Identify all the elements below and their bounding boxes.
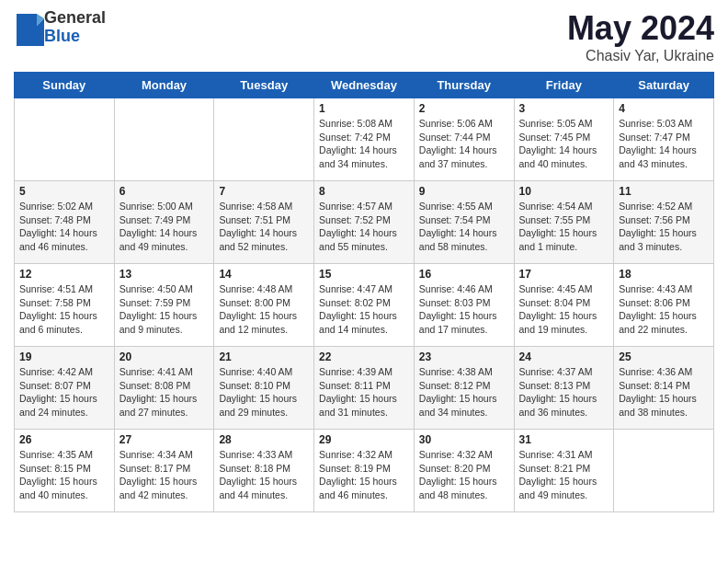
day-info: Sunrise: 4:32 AM Sunset: 8:20 PM Dayligh… [419,448,509,502]
title-area: May 2024 Chasiv Yar, Ukraine [567,9,714,64]
day-number: 9 [419,185,509,198]
day-number: 19 [19,350,109,363]
calendar-day-cell: 9Sunrise: 4:55 AM Sunset: 7:54 PM Daylig… [414,181,514,264]
day-of-week-header: Friday [514,73,614,98]
calendar-day-cell: 21Sunrise: 4:40 AM Sunset: 8:10 PM Dayli… [214,347,314,430]
calendar-week-row: 26Sunrise: 4:35 AM Sunset: 8:15 PM Dayli… [15,430,714,512]
calendar-day-cell: 28Sunrise: 4:33 AM Sunset: 8:18 PM Dayli… [214,430,314,512]
day-info: Sunrise: 5:03 AM Sunset: 7:47 PM Dayligh… [619,117,709,171]
calendar-day-cell: 29Sunrise: 4:32 AM Sunset: 8:19 PM Dayli… [314,430,415,512]
day-number: 7 [219,185,309,198]
day-info: Sunrise: 4:54 AM Sunset: 7:55 PM Dayligh… [519,200,609,254]
calendar-day-cell: 16Sunrise: 4:46 AM Sunset: 8:03 PM Dayli… [414,264,514,347]
day-number: 22 [319,350,409,363]
day-info: Sunrise: 4:40 AM Sunset: 8:10 PM Dayligh… [219,365,309,419]
day-number: 27 [119,433,210,446]
day-number: 1 [319,102,409,115]
day-info: Sunrise: 4:47 AM Sunset: 8:02 PM Dayligh… [319,282,409,337]
calendar-week-row: 1Sunrise: 5:08 AM Sunset: 7:42 PM Daylig… [15,98,714,181]
day-info: Sunrise: 4:33 AM Sunset: 8:18 PM Dayligh… [219,448,309,502]
day-number: 11 [619,185,709,198]
day-number: 28 [219,433,309,446]
calendar-day-cell [15,98,115,181]
logo-blue-label: Blue [44,28,106,46]
day-number: 21 [219,350,309,363]
calendar-week-row: 19Sunrise: 4:42 AM Sunset: 8:07 PM Dayli… [15,347,714,430]
day-number: 18 [619,268,709,281]
calendar-table: SundayMondayTuesdayWednesdayThursdayFrid… [14,72,714,512]
day-number: 31 [519,433,609,446]
day-info: Sunrise: 4:48 AM Sunset: 8:00 PM Dayligh… [219,282,309,337]
logo-text: General Blue [44,9,106,46]
calendar-day-cell: 10Sunrise: 4:54 AM Sunset: 7:55 PM Dayli… [514,181,614,264]
day-number: 29 [319,433,409,446]
day-info: Sunrise: 4:45 AM Sunset: 8:04 PM Dayligh… [519,282,609,337]
day-number: 2 [419,102,509,115]
calendar-day-cell: 25Sunrise: 4:36 AM Sunset: 8:14 PM Dayli… [614,347,714,430]
calendar-day-cell [214,98,314,181]
day-number: 5 [19,185,109,198]
day-number: 6 [119,185,210,198]
day-number: 25 [619,350,709,363]
calendar-day-cell: 19Sunrise: 4:42 AM Sunset: 8:07 PM Dayli… [15,347,115,430]
day-info: Sunrise: 4:55 AM Sunset: 7:54 PM Dayligh… [419,200,509,254]
day-info: Sunrise: 5:00 AM Sunset: 7:49 PM Dayligh… [119,200,210,254]
calendar-day-cell: 26Sunrise: 4:35 AM Sunset: 8:15 PM Dayli… [15,430,115,512]
calendar-day-cell [114,98,214,181]
calendar-header: SundayMondayTuesdayWednesdayThursdayFrid… [15,73,714,98]
day-of-week-header: Monday [114,73,214,98]
calendar-day-cell: 30Sunrise: 4:32 AM Sunset: 8:20 PM Dayli… [414,430,514,512]
calendar-day-cell: 24Sunrise: 4:37 AM Sunset: 8:13 PM Dayli… [514,347,614,430]
day-number: 26 [19,433,109,446]
day-number: 10 [519,185,609,198]
day-number: 24 [519,350,609,363]
day-info: Sunrise: 4:50 AM Sunset: 7:59 PM Dayligh… [119,282,210,337]
day-number: 4 [619,102,709,115]
calendar-day-cell: 12Sunrise: 4:51 AM Sunset: 7:58 PM Dayli… [15,264,115,347]
day-info: Sunrise: 4:52 AM Sunset: 7:56 PM Dayligh… [619,200,709,254]
calendar-day-cell: 27Sunrise: 4:34 AM Sunset: 8:17 PM Dayli… [114,430,214,512]
day-number: 16 [419,268,509,281]
day-of-week-header: Tuesday [214,73,314,98]
day-of-week-header: Sunday [15,73,115,98]
day-of-week-header: Saturday [614,73,714,98]
calendar-day-cell [614,430,714,512]
calendar-day-cell: 8Sunrise: 4:57 AM Sunset: 7:52 PM Daylig… [314,181,415,264]
day-number: 23 [419,350,509,363]
day-number: 17 [519,268,609,281]
calendar-day-cell: 6Sunrise: 5:00 AM Sunset: 7:49 PM Daylig… [114,181,214,264]
day-number: 12 [19,268,109,281]
calendar-day-cell: 2Sunrise: 5:06 AM Sunset: 7:44 PM Daylig… [414,98,514,181]
calendar-day-cell: 11Sunrise: 4:52 AM Sunset: 7:56 PM Dayli… [614,181,714,264]
calendar-day-cell: 31Sunrise: 4:31 AM Sunset: 8:21 PM Dayli… [514,430,614,512]
day-info: Sunrise: 4:38 AM Sunset: 8:12 PM Dayligh… [419,365,509,419]
calendar-day-cell: 3Sunrise: 5:05 AM Sunset: 7:45 PM Daylig… [514,98,614,181]
day-info: Sunrise: 4:31 AM Sunset: 8:21 PM Dayligh… [519,448,609,502]
calendar-day-cell: 22Sunrise: 4:39 AM Sunset: 8:11 PM Dayli… [314,347,415,430]
calendar-week-row: 5Sunrise: 5:02 AM Sunset: 7:48 PM Daylig… [15,181,714,264]
calendar-day-cell: 20Sunrise: 4:41 AM Sunset: 8:08 PM Dayli… [114,347,214,430]
calendar-day-cell: 7Sunrise: 4:58 AM Sunset: 7:51 PM Daylig… [214,181,314,264]
calendar-body: 1Sunrise: 5:08 AM Sunset: 7:42 PM Daylig… [15,98,714,512]
day-info: Sunrise: 4:32 AM Sunset: 8:19 PM Dayligh… [319,448,409,502]
day-info: Sunrise: 4:51 AM Sunset: 7:58 PM Dayligh… [19,282,109,337]
day-info: Sunrise: 5:06 AM Sunset: 7:44 PM Dayligh… [419,117,509,171]
day-info: Sunrise: 4:36 AM Sunset: 8:14 PM Dayligh… [619,365,709,419]
subtitle: Chasiv Yar, Ukraine [567,48,714,64]
header: General Blue May 2024 Chasiv Yar, Ukrain… [14,9,714,64]
calendar-day-cell: 17Sunrise: 4:45 AM Sunset: 8:04 PM Dayli… [514,264,614,347]
calendar-day-cell: 13Sunrise: 4:50 AM Sunset: 7:59 PM Dayli… [114,264,214,347]
logo-icon [17,9,44,46]
page: General Blue May 2024 Chasiv Yar, Ukrain… [0,0,728,522]
day-number: 15 [319,268,409,281]
day-number: 14 [219,268,309,281]
day-info: Sunrise: 5:02 AM Sunset: 7:48 PM Dayligh… [19,200,109,254]
logo-general-label: General [44,9,106,28]
day-number: 8 [319,185,409,198]
day-info: Sunrise: 5:05 AM Sunset: 7:45 PM Dayligh… [519,117,609,171]
day-info: Sunrise: 4:43 AM Sunset: 8:06 PM Dayligh… [619,282,709,337]
day-number: 30 [419,433,509,446]
day-of-week-header: Thursday [414,73,514,98]
calendar-day-cell: 23Sunrise: 4:38 AM Sunset: 8:12 PM Dayli… [414,347,514,430]
day-info: Sunrise: 4:34 AM Sunset: 8:17 PM Dayligh… [119,448,210,502]
